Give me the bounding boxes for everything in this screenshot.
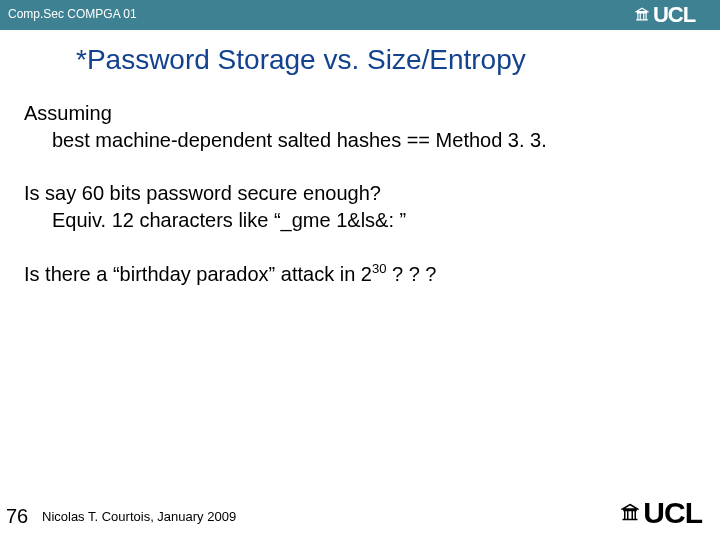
- p3-pre: Is there a “birthday paradox” attack in …: [24, 263, 372, 285]
- ucl-logo-footer-icon: UCL: [621, 496, 702, 530]
- p1-line1: Assuming: [24, 100, 696, 127]
- p3-exponent: 30: [372, 261, 386, 276]
- p1-line2: best machine-dependent salted hashes == …: [24, 127, 696, 154]
- portico-icon: [635, 7, 649, 23]
- slide-title: *Password Storage vs. Size/Entropy: [0, 30, 720, 100]
- p2-line1: Is say 60 bits password secure enough?: [24, 180, 696, 207]
- ucl-text: UCL: [653, 2, 695, 28]
- page-number: 76: [0, 505, 42, 528]
- ucl-logo-icon: UCL: [635, 2, 695, 28]
- header-bar: Comp.Sec COMPGA 01 UCL: [0, 0, 720, 30]
- paragraph-1: Assuming best machine-dependent salted h…: [24, 100, 696, 154]
- p3-post: ? ? ?: [386, 263, 436, 285]
- author-credit: Nicolas T. Courtois, January 2009: [42, 509, 236, 524]
- slide-body: Assuming best machine-dependent salted h…: [0, 100, 720, 288]
- header-logo-area: UCL: [610, 0, 720, 30]
- ucl-text: UCL: [643, 496, 702, 530]
- portico-icon: [621, 503, 639, 524]
- paragraph-2: Is say 60 bits password secure enough? E…: [24, 180, 696, 234]
- header-fill: [160, 0, 610, 30]
- paragraph-3: Is there a “birthday paradox” attack in …: [24, 260, 696, 288]
- p2-line2: Equiv. 12 characters like “_gme 1&ls&: ”: [24, 207, 696, 234]
- footer: 76 Nicolas T. Courtois, January 2009: [0, 505, 720, 528]
- course-code: Comp.Sec COMPGA 01: [0, 0, 160, 30]
